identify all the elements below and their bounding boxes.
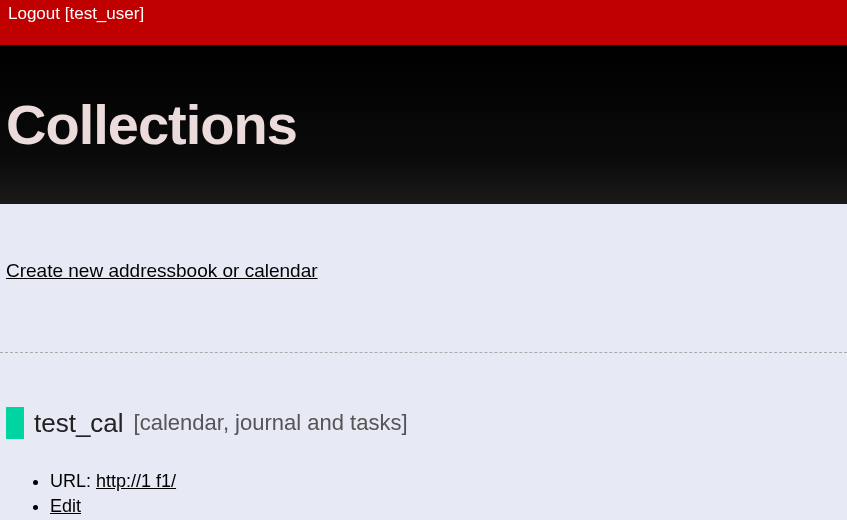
logout-suffix: ] (139, 4, 144, 23)
create-collection-link[interactable]: Create new addressbook or calendar (6, 260, 318, 281)
url-label: URL: (50, 471, 96, 491)
content-area: Create new addressbook or calendar (0, 204, 847, 282)
collection-details: URL: http://1 f1/ Edit (6, 471, 841, 520)
logout-prefix: Logout [ (8, 4, 69, 23)
page-title: Collections (6, 92, 297, 157)
color-swatch-icon (6, 407, 24, 439)
collection-type-label: [calendar, journal and tasks] (134, 410, 408, 436)
collection-url-row: URL: http://1 f1/ (50, 471, 841, 492)
edit-link[interactable]: Edit (50, 496, 81, 516)
logout-link[interactable]: Logout [test_user] (8, 4, 144, 24)
page-header: Collections (0, 45, 847, 204)
top-bar: Logout [test_user] (0, 0, 847, 45)
collection-edit-row: Edit (50, 496, 841, 517)
collection-title: test_cal [calendar, journal and tasks] (6, 407, 841, 439)
collection-name: test_cal (34, 408, 124, 439)
logout-username: test_user (69, 4, 139, 23)
collection-url-link[interactable]: http://1 f1/ (96, 471, 176, 491)
collection-item: test_cal [calendar, journal and tasks] U… (0, 353, 847, 520)
